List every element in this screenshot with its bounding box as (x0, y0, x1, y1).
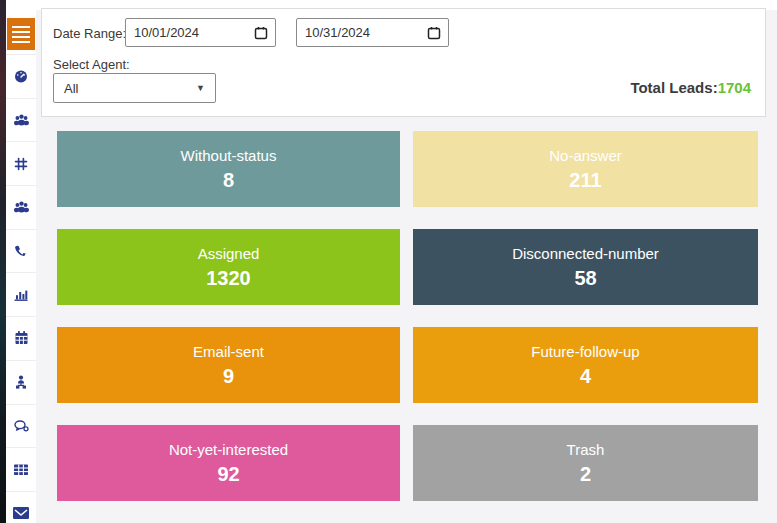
dashboard-icon (13, 68, 29, 84)
sidebar-item-user-group[interactable] (6, 185, 36, 229)
sidebar-item-bar-chart[interactable] (6, 272, 36, 316)
users-icon (13, 112, 30, 128)
hash-icon (13, 156, 29, 172)
status-card-value: 9 (223, 365, 234, 388)
sidebar-item-users[interactable] (6, 98, 36, 142)
status-card-future-follow-up[interactable]: Future-follow-up4 (413, 327, 758, 403)
status-card-value: 2 (580, 463, 591, 486)
status-card-label: Without-status (181, 147, 277, 164)
status-card-label: Trash (567, 441, 605, 458)
calendar-picker-icon[interactable] (427, 26, 441, 44)
envelope-icon (12, 506, 30, 520)
status-card-disconnected-number[interactable]: Disconnected-number58 (413, 229, 758, 305)
total-leads-value: 1704 (718, 79, 751, 96)
status-card-label: Not-yet-interested (169, 441, 288, 458)
date-range-label: Date Range: (53, 26, 126, 41)
status-card-value: 58 (574, 267, 596, 290)
person-network-icon (13, 374, 29, 390)
status-card-no-answer[interactable]: No-answer211 (413, 131, 758, 207)
comments-icon (13, 418, 30, 434)
sidebar-item-calendar[interactable] (6, 316, 36, 360)
status-card-value: 92 (217, 463, 239, 486)
total-leads: Total Leads:1704 (630, 79, 751, 96)
agent-select[interactable]: All ▼ (53, 73, 216, 103)
sidebar (6, 0, 36, 523)
status-card-label: Assigned (198, 245, 260, 262)
chevron-down-icon: ▼ (196, 83, 205, 93)
status-card-label: Disconnected-number (512, 245, 659, 262)
status-card-label: No-answer (549, 147, 622, 164)
status-card-label: Email-sent (193, 343, 264, 360)
status-card-value: 1320 (206, 267, 251, 290)
status-cards-grid: Without-status8No-answer211Assigned1320D… (57, 131, 758, 501)
table-icon (13, 462, 29, 477)
status-card-value: 8 (223, 169, 234, 192)
status-card-without-status[interactable]: Without-status8 (57, 131, 400, 207)
user-group-icon (13, 199, 30, 215)
hamburger-menu-button[interactable] (7, 18, 35, 50)
sidebar-item-hash[interactable] (6, 141, 36, 185)
sidebar-item-person-network[interactable] (6, 360, 36, 404)
calendar-icon (14, 330, 29, 346)
sidebar-item-envelope[interactable] (6, 491, 36, 523)
status-card-value: 4 (580, 365, 591, 388)
sidebar-item-table[interactable] (6, 447, 36, 491)
total-leads-label: Total Leads: (630, 79, 717, 96)
status-card-not-yet-interested[interactable]: Not-yet-interested92 (57, 425, 400, 501)
sidebar-item-phone[interactable] (6, 229, 36, 273)
status-card-trash[interactable]: Trash2 (413, 425, 758, 501)
filter-panel: Date Range: Select Agent: All ▼ Total Le… (41, 8, 766, 117)
sidebar-item-dashboard[interactable] (6, 54, 36, 98)
status-card-assigned[interactable]: Assigned1320 (57, 229, 400, 305)
status-card-email-sent[interactable]: Email-sent9 (57, 327, 400, 403)
sidebar-icon-list (6, 54, 36, 523)
status-card-value: 211 (569, 169, 601, 192)
sidebar-item-comments[interactable] (6, 404, 36, 448)
phone-icon (13, 243, 29, 259)
select-agent-label: Select Agent: (53, 57, 130, 72)
bar-chart-icon (13, 287, 29, 303)
agent-select-value: All (64, 81, 78, 96)
calendar-picker-icon[interactable] (254, 26, 268, 44)
status-card-label: Future-follow-up (531, 343, 639, 360)
main-content: Date Range: Select Agent: All ▼ Total Le… (36, 0, 777, 523)
